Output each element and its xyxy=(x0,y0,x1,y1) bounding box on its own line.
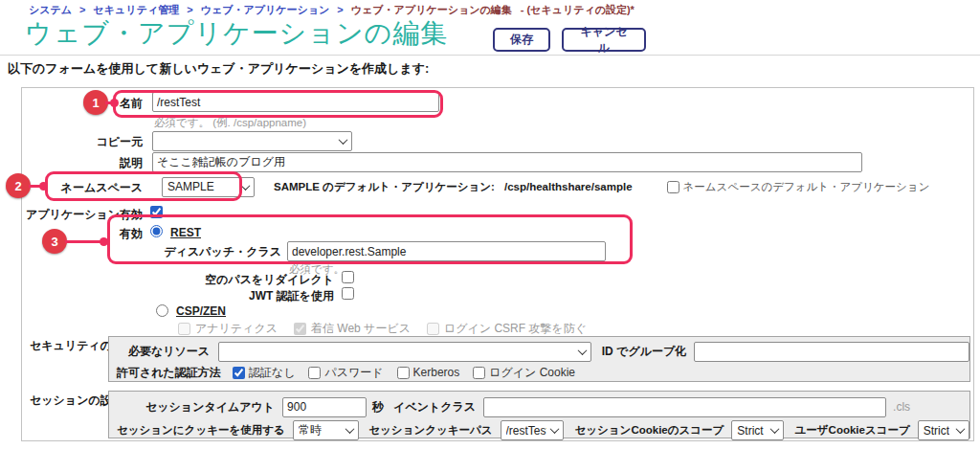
copy-from-label: コピー元 xyxy=(22,134,143,150)
name-label: 名前 xyxy=(22,96,143,112)
redirect-empty-path-checkbox[interactable] xyxy=(342,271,354,283)
auth-none-checkbox[interactable] xyxy=(233,367,245,379)
session-cookie-scope-select[interactable]: Strict xyxy=(731,420,783,440)
cookie-path-label: セッションクッキーパス xyxy=(368,423,492,438)
session-cookie-row: セッションにクッキーを使用する 常時 セッションクッキーパス /restTest… xyxy=(109,420,969,440)
cookie-path-select[interactable]: /restTest/ xyxy=(501,420,564,440)
event-class-suffix: .cls xyxy=(893,400,910,414)
copy-from-select[interactable] xyxy=(152,131,352,151)
breadcrumb-link-security-mgmt[interactable]: セキュリティ管理 xyxy=(94,4,180,15)
chevron-down-icon xyxy=(241,181,251,191)
event-class-label: イベントクラス xyxy=(393,399,476,415)
allowed-auth-label: 許可された認証方法 xyxy=(117,365,221,381)
auth-login-cookie-checkbox[interactable] xyxy=(473,367,485,379)
user-cookie-scope-value: Strict xyxy=(924,424,949,438)
session-timeout-row: セッションタイムアウト 秒 イベントクラス .cls xyxy=(109,396,969,417)
use-cookie-value: 常時 xyxy=(299,422,322,438)
namespace-row: SAMPLE SAMPLE のデフォルト・アプリケーション: /csp/heal… xyxy=(162,176,929,197)
namespace-default-app-label: SAMPLE のデフォルト・アプリケーション: xyxy=(274,180,495,194)
auth-kerberos-checkbox[interactable] xyxy=(397,367,410,379)
description-label: 説明 xyxy=(22,155,143,171)
namespace-default-app-path: /csp/healthshare/sample xyxy=(504,181,633,192)
use-cookie-select[interactable]: 常時 xyxy=(293,420,360,440)
rest-radio[interactable] xyxy=(150,225,163,237)
breadcrumb-separator: > xyxy=(337,4,343,15)
event-class-input[interactable] xyxy=(483,397,886,417)
jwt-auth-label: JWT 認証を使用 xyxy=(22,288,334,304)
breadcrumb-state-suffix: - (セキュリティの設定)* xyxy=(521,4,635,15)
allowed-auth-row: 許可された認証方法 認証なし パスワード Kerberos ログイン Cooki… xyxy=(109,365,969,380)
chevron-down-icon xyxy=(339,135,348,145)
enabled-label: 有効 xyxy=(22,226,143,242)
session-timeout-input[interactable] xyxy=(282,397,367,417)
namespace-default-app-checkbox-label: ネームスペースのデフォルト・アプリケーション xyxy=(683,180,930,194)
auth-password-checkbox[interactable] xyxy=(308,367,321,379)
name-hint: 必須です。 (例. /csp/appname) xyxy=(154,116,306,130)
user-cookie-scope-select[interactable]: Strict xyxy=(918,420,969,440)
auth-kerberos-label: Kerberos xyxy=(413,366,460,379)
application-enabled-label: アプリケーション有効 xyxy=(22,207,143,223)
cspzen-radio-label: CSP/ZEN xyxy=(176,304,226,318)
breadcrumb-separator: > xyxy=(79,4,85,15)
security-settings-box: 必要なリソース ID でグループ化 許可された認証方法 認証なし パスワード K… xyxy=(108,336,970,382)
session-timeout-label: セッションタイムアウト xyxy=(145,399,275,415)
auth-none-label: 認証なし xyxy=(249,365,296,381)
cspzen-options-row: アナリティクス 着信 Web サービス ログイン CSRF 攻撃を防ぐ xyxy=(178,321,587,337)
web-application-form: 名前 必須です。 (例. /csp/appname) コピー元 説明 ネームスペ… xyxy=(21,87,974,441)
namespace-value: SAMPLE xyxy=(167,180,214,193)
required-resource-row: 必要なリソース ID でグループ化 xyxy=(109,341,969,362)
application-enabled-checkbox[interactable] xyxy=(150,206,163,218)
user-cookie-scope-label: ユーザCookieスコープ xyxy=(795,423,910,438)
chevron-down-icon xyxy=(345,424,355,434)
breadcrumb-separator: > xyxy=(187,4,192,15)
chevron-down-icon xyxy=(549,424,559,434)
use-cookie-label: セッションにクッキーを使用する xyxy=(117,423,285,438)
namespace-default-app-checkbox[interactable] xyxy=(667,181,679,193)
chevron-down-icon xyxy=(769,424,779,434)
cspzen-radio[interactable] xyxy=(156,304,168,317)
inbound-web-services-checkbox xyxy=(294,323,306,335)
csrf-protect-checkbox xyxy=(427,323,439,335)
inbound-web-services-label: 着信 Web サービス xyxy=(311,321,411,337)
group-by-id-label: ID でグループ化 xyxy=(602,344,686,360)
auth-password-label: パスワード xyxy=(324,365,383,381)
required-resource-label: 必要なリソース xyxy=(128,344,210,360)
form-intro-text: 以下のフォームを使用して新しいウェブ・アプリケーションを作成します: xyxy=(8,60,429,78)
breadcrumb-link-web-apps[interactable]: ウェブ・アプリケーション xyxy=(201,4,330,15)
header-divider xyxy=(0,55,980,56)
description-input[interactable] xyxy=(152,152,862,172)
group-by-id-input[interactable] xyxy=(694,342,969,362)
session-cookie-scope-value: Strict xyxy=(737,424,763,438)
session-timeout-unit: 秒 xyxy=(372,399,384,415)
breadcrumb-current: ウェブ・アプリケーションの編集 xyxy=(351,4,512,15)
dispatch-class-label: ディスパッチ・クラス xyxy=(22,244,281,260)
session-settings-box: セッションタイムアウト 秒 イベントクラス .cls セッションにクッキーを使用… xyxy=(108,391,970,438)
namespace-label: ネームスペース xyxy=(22,180,143,196)
rest-radio-label: REST xyxy=(170,226,201,239)
redirect-empty-path-label: 空のパスをリダイレクト xyxy=(22,272,334,288)
required-resource-select[interactable] xyxy=(218,342,591,362)
name-input[interactable] xyxy=(152,92,439,112)
analytics-checkbox xyxy=(178,323,190,335)
chevron-down-icon xyxy=(956,424,966,434)
auth-login-cookie-label: ログイン Cookie xyxy=(489,365,575,381)
save-button[interactable]: 保存 xyxy=(493,28,550,52)
chevron-down-icon xyxy=(577,346,587,355)
page-title: ウェブ・アプリケーションの編集 xyxy=(25,15,448,52)
csrf-protect-label: ログイン CSRF 攻撃を防ぐ xyxy=(444,321,587,337)
breadcrumb-link-system[interactable]: システム xyxy=(29,4,72,15)
dispatch-class-input[interactable] xyxy=(287,241,606,261)
jwt-auth-checkbox[interactable] xyxy=(342,287,354,300)
namespace-select[interactable]: SAMPLE xyxy=(162,177,255,197)
cancel-button[interactable]: キャンセル xyxy=(562,28,646,52)
cookie-path-value: /restTest/ xyxy=(506,424,546,438)
analytics-label: アナリティクス xyxy=(195,321,278,337)
session-cookie-scope-label: セッションCookieのスコープ xyxy=(575,423,724,438)
